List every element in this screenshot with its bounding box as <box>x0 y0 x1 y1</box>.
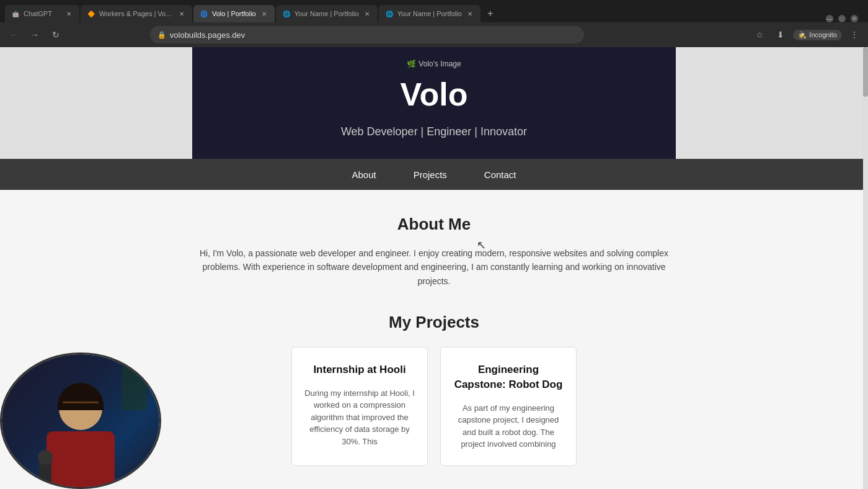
about-text: Hi, I'm Volo, a passionate web developer… <box>198 246 670 288</box>
tab-chatgpt[interactable]: 🤖 ChatGPT ✕ <box>5 5 79 22</box>
yourname1-favicon: 🌐 <box>282 9 291 18</box>
forward-button[interactable]: → <box>26 26 43 43</box>
tab-yourname1-close[interactable]: ✕ <box>363 9 371 18</box>
tab-workers[interactable]: 🔶 Workers & Pages | Volobuilds2... ✕ <box>81 5 192 22</box>
nav-projects-link[interactable]: Projects <box>414 169 447 180</box>
bookmark-button[interactable]: ☆ <box>751 26 768 43</box>
projects-title: My Projects <box>12 313 856 332</box>
incognito-indicator: 🕵 Incognito <box>793 30 842 40</box>
about-section: About Me Hi, I'm Volo, a passionate web … <box>198 215 670 288</box>
scrollbar-thumb[interactable] <box>863 47 868 97</box>
hero-left-side <box>0 47 192 159</box>
person-hair <box>58 383 104 410</box>
navigation-bar: About Projects Contact <box>0 159 868 190</box>
page-scrollbar[interactable] <box>863 47 868 489</box>
tab-volo-portfolio[interactable]: 🌀 Volo | Portfolio ✕ <box>193 5 275 22</box>
url-bar[interactable]: 🔒 volobuilds.pages.dev <box>150 26 584 43</box>
nav-about-link[interactable]: About <box>352 169 376 180</box>
person-body <box>46 431 115 487</box>
lock-icon: 🔒 <box>157 31 166 39</box>
hero-inner: 🌿 Volo's Image Volo Web Developer | Engi… <box>217 60 651 138</box>
tab-workers-title: Workers & Pages | Volobuilds2... <box>99 10 174 17</box>
tab-chatgpt-title: ChatGPT <box>24 10 61 17</box>
tab-workers-close[interactable]: ✕ <box>177 9 186 18</box>
chatgpt-favicon: 🤖 <box>11 9 20 18</box>
hero-right-side <box>676 47 868 159</box>
video-head <box>59 387 102 430</box>
workers-favicon: 🔶 <box>87 9 95 18</box>
eyebrow-right <box>80 402 99 403</box>
back-button[interactable]: ← <box>5 26 22 43</box>
tab-bar: 🤖 ChatGPT ✕ 🔶 Workers & Pages | Volobuil… <box>0 0 868 22</box>
microphone <box>39 456 51 487</box>
eyebrow-left <box>63 402 81 403</box>
minimize-button[interactable]: — <box>826 15 833 22</box>
webcam-overlay <box>0 352 161 489</box>
hero-title: Volo <box>401 76 468 113</box>
close-window-button[interactable]: ✕ <box>851 15 858 22</box>
project-hooli-title: Internship at Hooli <box>304 362 415 377</box>
tab-yourname2-title: Your Name | Portfolio <box>397 10 462 17</box>
tab-volo-title: Volo | Portfolio <box>212 10 256 17</box>
hero-subtitle: Web Developer | Engineer | Innovator <box>341 125 527 138</box>
volo-image-icon: 🌿 <box>407 60 416 68</box>
bg-plant <box>122 361 147 410</box>
project-card-hooli: Internship at Hooli During my internship… <box>291 347 428 466</box>
tab-chatgpt-close[interactable]: ✕ <box>64 9 73 18</box>
download-button[interactable]: ⬇ <box>772 26 789 43</box>
yourname2-favicon: 🌐 <box>385 9 394 18</box>
browser-chrome: 🤖 ChatGPT ✕ 🔶 Workers & Pages | Volobuil… <box>0 0 868 47</box>
incognito-icon: 🕵 <box>798 31 807 39</box>
volo-favicon: 🌀 <box>200 9 208 18</box>
hero-section: 🌿 Volo's Image Volo Web Developer | Engi… <box>192 47 676 159</box>
restore-button[interactable]: □ <box>838 15 846 22</box>
tab-your-name-2[interactable]: 🌐 Your Name | Portfolio ✕ <box>379 5 480 22</box>
project-robot-title: Engineering Capstone: Robot Dog <box>453 362 564 392</box>
tab-volo-close[interactable]: ✕ <box>260 9 268 18</box>
mic-head <box>38 450 53 465</box>
video-feed <box>2 354 159 487</box>
tab-yourname1-title: Your Name | Portfolio <box>294 10 359 17</box>
reload-button[interactable]: ↻ <box>47 26 64 43</box>
address-bar-actions: ☆ ⬇ 🕵 Incognito ⋮ <box>751 26 863 43</box>
window-controls: — □ ✕ <box>826 15 863 22</box>
hero-container: 🌿 Volo's Image Volo Web Developer | Engi… <box>0 47 868 159</box>
project-card-robot-dog: Engineering Capstone: Robot Dog As part … <box>440 347 577 466</box>
hero-image-label: 🌿 Volo's Image <box>407 60 461 68</box>
new-tab-button[interactable]: + <box>482 5 499 22</box>
url-text: volobuilds.pages.dev <box>170 30 245 40</box>
about-title: About Me <box>198 215 670 234</box>
hero-image-text: Volo's Image <box>418 60 461 68</box>
project-robot-text: As part of my engineering capstone proje… <box>453 402 564 451</box>
tab-yourname2-close[interactable]: ✕ <box>466 9 474 18</box>
nav-contact-link[interactable]: Contact <box>484 169 516 180</box>
address-bar: ← → ↻ 🔒 volobuilds.pages.dev ☆ ⬇ 🕵 Incog… <box>0 22 868 47</box>
menu-button[interactable]: ⋮ <box>846 26 863 43</box>
project-hooli-text: During my internship at Hooli, I worked … <box>304 387 415 448</box>
incognito-label: Incognito <box>809 31 837 38</box>
tab-your-name-1[interactable]: 🌐 Your Name | Portfolio ✕ <box>276 5 378 22</box>
